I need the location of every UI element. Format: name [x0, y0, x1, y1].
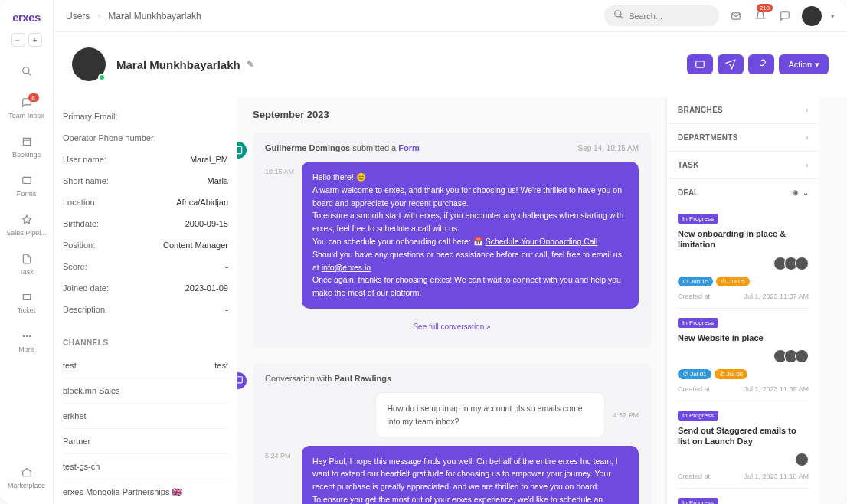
- deal-title: New Website in place: [678, 332, 809, 343]
- profile-header: Maral Munkhbayarlakh ✎ Action▾: [54, 32, 847, 97]
- profile-avatar[interactable]: [72, 47, 106, 81]
- form-badge-icon: [237, 142, 247, 159]
- svg-line-7: [620, 16, 623, 19]
- activity-feed: September 2023 Guilherme Domingos submit…: [237, 97, 666, 504]
- nav-search[interactable]: [3, 57, 50, 87]
- link-action-button[interactable]: [748, 54, 774, 74]
- svg-rect-2: [22, 177, 31, 183]
- avatar: [795, 453, 809, 466]
- chevron-down-icon[interactable]: ▾: [831, 12, 835, 20]
- task-icon: [19, 251, 34, 267]
- search-box[interactable]: [604, 5, 719, 26]
- channel-item[interactable]: Partner: [63, 429, 228, 454]
- channel-item[interactable]: erkhet: [63, 404, 228, 429]
- sidebar-nav: erxes − + 8 Team Inbox Bookings Forms: [0, 0, 54, 504]
- status-badge: In Progress: [678, 214, 718, 224]
- nav-bookings[interactable]: Bookings: [3, 128, 50, 165]
- deal-card[interactable]: In Progress Build an Audience from the v…: [678, 489, 809, 504]
- action-dropdown[interactable]: Action▾: [779, 54, 829, 74]
- status-badge: In Progress: [678, 498, 718, 504]
- message-bubble: Hello there! 😊 A warm welcome to erxes, …: [302, 162, 639, 309]
- search-input[interactable]: [629, 11, 710, 21]
- svg-point-5: [28, 335, 30, 337]
- channel-item[interactable]: erxes Mongolia Partnerships 🇬🇧: [63, 479, 228, 504]
- nav-sales-pipeline[interactable]: Sales Pipel...: [3, 206, 50, 244]
- month-heading: September 2023: [253, 109, 651, 120]
- nav-forms[interactable]: Forms: [3, 167, 50, 205]
- search-icon: [19, 64, 34, 79]
- send-action-button[interactable]: [718, 54, 744, 74]
- feed-item-conversation: Conversation with Paul Rawlings How do i…: [253, 363, 651, 504]
- user-avatar[interactable]: [802, 6, 822, 26]
- ticket-icon: [19, 290, 34, 305]
- search-icon: [613, 9, 624, 22]
- svg-point-6: [615, 11, 621, 17]
- avatar: [795, 349, 809, 363]
- svg-point-4: [25, 335, 27, 337]
- expand-button[interactable]: +: [28, 33, 42, 47]
- add-icon[interactable]: ⊕: [792, 188, 798, 197]
- chevron-right-icon: ›: [806, 133, 809, 142]
- svg-point-0: [22, 67, 28, 74]
- conversation-badge-icon: [237, 372, 247, 389]
- marketplace-icon: [19, 465, 34, 480]
- profile-name: Maral Munkhbayarlakh ✎: [116, 58, 254, 71]
- topbar: Users › Maral Munkhbayarlakh 210 ▾: [54, 0, 847, 32]
- chevron-right-icon: ›: [806, 106, 809, 114]
- channels-heading: CHANNELS: [63, 332, 228, 353]
- branches-section[interactable]: BRANCHES›: [667, 97, 819, 124]
- chat-icon[interactable]: [777, 8, 793, 24]
- form-link[interactable]: Form: [398, 143, 420, 152]
- breadcrumbs: Users › Maral Munkhbayarlakh: [66, 11, 201, 21]
- chevron-down-icon: ▾: [815, 60, 819, 70]
- nav-marketplace[interactable]: Marketplace: [6, 459, 47, 496]
- feed-item-form: Guilherme Domingos submitted a Form Sep …: [253, 133, 651, 348]
- bookings-icon: [19, 134, 34, 149]
- deal-title: New onboarding in place & limitation: [678, 228, 809, 250]
- svg-point-3: [22, 335, 24, 337]
- incoming-message: How do i setup imap in my account pls so…: [375, 392, 605, 438]
- departments-section[interactable]: DEPARTMENTS›: [667, 124, 819, 152]
- message-bubble: Hey Paul, I hope this message finds you …: [302, 446, 639, 504]
- deal-card[interactable]: In Progress New Website in place ⏱ Jul 0…: [678, 309, 809, 401]
- logo[interactable]: erxes: [0, 6, 53, 28]
- nav-ticket[interactable]: Ticket: [3, 283, 50, 321]
- deal-title: Send out Staggered emails to list on Lau…: [678, 425, 809, 447]
- channel-item[interactable]: testtest: [63, 353, 228, 378]
- more-icon: [19, 329, 34, 344]
- inbox-icon: 8: [19, 95, 34, 110]
- breadcrumb-users[interactable]: Users: [66, 11, 90, 21]
- nav-task[interactable]: Task: [3, 245, 50, 283]
- collapse-button[interactable]: −: [11, 33, 25, 47]
- svg-marker-10: [727, 60, 736, 69]
- online-indicator: [98, 74, 106, 81]
- status-badge: In Progress: [678, 318, 718, 328]
- nav-team-inbox[interactable]: 8 Team Inbox: [3, 89, 50, 126]
- forms-icon: [19, 173, 34, 188]
- chevron-right-icon: ›: [806, 161, 809, 169]
- channel-item[interactable]: block.mn Sales: [63, 378, 228, 404]
- notification-icon[interactable]: 210: [753, 8, 768, 24]
- deal-heading: DEAL⊕⌄: [678, 188, 809, 197]
- pipeline-icon: [19, 212, 34, 227]
- status-badge: In Progress: [678, 411, 718, 421]
- email-action-button[interactable]: [687, 54, 713, 74]
- avatar: [795, 257, 809, 270]
- deal-card[interactable]: In Progress Send out Staggered emails to…: [678, 401, 809, 489]
- nav-more[interactable]: More: [3, 322, 50, 360]
- right-panel: BRANCHES› DEPARTMENTS› TASK› DEAL⊕⌄ In P…: [666, 97, 819, 504]
- svg-line-1: [28, 73, 31, 76]
- task-section[interactable]: TASK›: [667, 152, 819, 179]
- svg-rect-9: [696, 61, 705, 67]
- left-panel: Primary Email: Operator Phone number: Us…: [54, 97, 237, 504]
- mail-icon[interactable]: [728, 8, 744, 24]
- deal-card[interactable]: In Progress New onboarding in place & li…: [678, 205, 809, 309]
- chevron-down-icon[interactable]: ⌄: [803, 188, 809, 197]
- breadcrumb-current: Maral Munkhbayarlakh: [108, 11, 201, 21]
- svg-rect-11: [237, 146, 242, 153]
- edit-icon[interactable]: ✎: [247, 59, 254, 70]
- channel-item[interactable]: test-gs-ch: [63, 454, 228, 479]
- see-full-link[interactable]: See full conversation »: [265, 316, 639, 337]
